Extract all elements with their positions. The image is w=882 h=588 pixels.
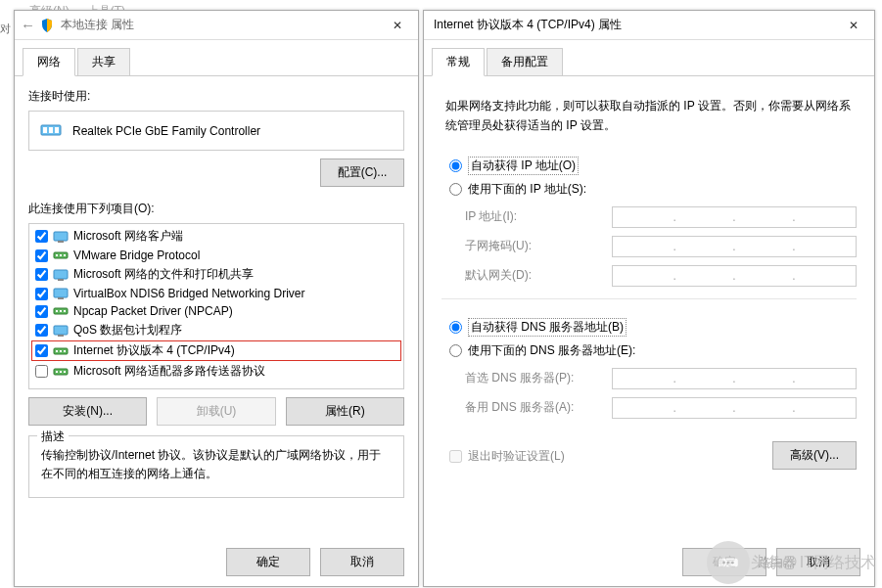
svg-rect-19 [58, 335, 64, 337]
item-checkbox[interactable] [35, 324, 48, 337]
svg-point-29 [722, 562, 725, 565]
radio-manual-dns[interactable]: 使用下面的 DNS 服务器地址(E): [449, 339, 857, 362]
radio-manual-ip[interactable]: 使用下面的 IP 地址(S): [449, 178, 857, 201]
window-title: Internet 协议版本 4 (TCP/IPv4) 属性 [430, 17, 839, 33]
info-text: 如果网络支持此功能，则可以获取自动指派的 IP 设置。否则，你需要从网络系统管理… [441, 90, 857, 150]
item-label: Npcap Packet Driver (NPCAP) [73, 304, 233, 318]
watermark: 路由器 头条@ IT网络技术 [707, 541, 876, 584]
advanced-button[interactable]: 高级(V)... [772, 441, 857, 470]
network-adapter-icon [39, 119, 63, 142]
tab-network[interactable]: 网络 [23, 48, 75, 76]
divider [441, 298, 857, 299]
protocol-icon [53, 249, 69, 262]
list-item[interactable]: QoS 数据包计划程序 [31, 320, 401, 340]
protocol-icon [53, 344, 69, 358]
connect-using-label: 连接时使用: [28, 88, 404, 105]
svg-rect-15 [56, 310, 58, 312]
protocol-icon [53, 287, 69, 300]
titlebar[interactable]: Internet 协议版本 4 (TCP/IPv4) 属性 ✕ [424, 11, 874, 40]
shield-icon [39, 18, 55, 33]
window-title: 本地连接 属性 [61, 17, 383, 33]
svg-rect-25 [56, 371, 58, 373]
close-icon[interactable]: ✕ [839, 15, 868, 36]
item-label: Microsoft 网络客户端 [73, 228, 183, 245]
list-item[interactable]: VirtualBox NDIS6 Bridged Networking Driv… [31, 285, 401, 302]
svg-rect-13 [58, 297, 64, 299]
list-item[interactable]: Microsoft 网络适配器多路传送器协议 [31, 361, 401, 382]
list-item[interactable]: Npcap Packet Driver (NPCAP) [31, 302, 401, 320]
list-item[interactable]: Internet 协议版本 4 (TCP/IPv4) [31, 340, 401, 361]
ip-radio-group: 自动获得 IP 地址(O) 使用下面的 IP 地址(S): [441, 150, 857, 203]
svg-rect-27 [64, 371, 66, 373]
list-item[interactable]: VMware Bridge Protocol [31, 247, 401, 264]
list-item[interactable]: Microsoft 网络客户端 [31, 226, 401, 247]
radio-auto-ip[interactable]: 自动获得 IP 地址(O) [449, 154, 857, 178]
ipv4-properties-window: Internet 协议版本 4 (TCP/IPv4) 属性 ✕ 常规 备用配置 … [423, 10, 875, 587]
svg-rect-5 [58, 241, 64, 243]
watermark-prefix: 头条@ [751, 553, 798, 573]
svg-rect-4 [54, 232, 68, 241]
protocol-icon [53, 230, 69, 244]
svg-point-31 [730, 562, 733, 565]
svg-rect-26 [60, 371, 62, 373]
item-label: VMware Bridge Protocol [73, 249, 200, 262]
item-checkbox[interactable] [35, 268, 48, 281]
item-checkbox[interactable] [35, 230, 48, 243]
network-items-list[interactable]: Microsoft 网络客户端VMware Bridge ProtocolMic… [28, 223, 404, 389]
item-checkbox[interactable] [35, 344, 48, 357]
ok-button[interactable]: 确定 [226, 548, 310, 576]
item-label: Microsoft 网络适配器多路传送器协议 [73, 363, 265, 380]
protocol-icon [53, 268, 69, 282]
ip-field-row: 备用 DNS 服务器(A):... [441, 393, 857, 423]
svg-rect-3 [55, 127, 59, 133]
description-text: 传输控制协议/Internet 协议。该协议是默认的广域网络协议，用于在不同的相… [41, 446, 392, 483]
tab-alternate[interactable]: 备用配置 [487, 48, 563, 75]
ip-input: ... [612, 206, 857, 228]
properties-button[interactable]: 属性(R) [286, 397, 404, 426]
item-label: QoS 数据包计划程序 [73, 322, 182, 339]
item-label: Internet 协议版本 4 (TCP/IPv4) [73, 342, 235, 359]
tab-general[interactable]: 常规 [432, 48, 485, 76]
item-label: VirtualBox NDIS6 Bridged Networking Driv… [73, 287, 305, 300]
svg-rect-10 [54, 270, 68, 279]
close-icon[interactable]: ✕ [383, 15, 412, 36]
svg-rect-8 [60, 254, 62, 256]
ip-field-row: 子网掩码(U):... [441, 232, 857, 261]
tabs: 网络 共享 [15, 40, 418, 76]
svg-rect-12 [54, 289, 68, 297]
tab-sharing[interactable]: 共享 [77, 48, 130, 75]
adapter-name: Realtek PCIe GbE Family Controller [72, 124, 260, 138]
configure-button[interactable]: 配置(C)... [320, 158, 404, 187]
adapter-box: Realtek PCIe GbE Family Controller [28, 111, 404, 151]
tabs: 常规 备用配置 [424, 40, 874, 76]
svg-rect-1 [43, 127, 47, 133]
background-fragment: 对 [0, 22, 10, 51]
ip-input: ... [612, 368, 857, 389]
titlebar[interactable]: ← 本地连接 属性 ✕ [15, 11, 418, 40]
protocol-icon [53, 304, 69, 318]
field-label: IP 地址(I): [465, 208, 602, 225]
list-item[interactable]: Microsoft 网络的文件和打印机共享 [31, 264, 401, 285]
ip-field-row: IP 地址(I):... [441, 203, 857, 232]
ip-field-row: 默认网关(D):... [441, 261, 857, 291]
cancel-button[interactable]: 取消 [320, 548, 404, 576]
field-label: 首选 DNS 服务器(P): [465, 370, 602, 386]
ip-input: ... [612, 236, 857, 257]
ip-input: ... [612, 265, 857, 287]
install-button[interactable]: 安装(N)... [28, 397, 147, 426]
watermark-text: IT网络技术 [800, 553, 876, 573]
item-checkbox[interactable] [35, 288, 48, 300]
protocol-icon [53, 324, 69, 338]
svg-rect-17 [64, 310, 66, 312]
back-icon: ← [21, 17, 35, 33]
radio-auto-dns[interactable]: 自动获得 DNS 服务器地址(B) [449, 315, 857, 339]
item-checkbox[interactable] [35, 305, 48, 318]
item-label: Microsoft 网络的文件和打印机共享 [73, 266, 254, 283]
svg-rect-11 [58, 279, 64, 281]
svg-rect-23 [64, 350, 66, 352]
svg-rect-7 [56, 254, 58, 256]
item-checkbox[interactable] [35, 365, 48, 378]
svg-rect-16 [60, 310, 62, 312]
svg-rect-18 [54, 326, 68, 335]
item-checkbox[interactable] [35, 249, 48, 262]
